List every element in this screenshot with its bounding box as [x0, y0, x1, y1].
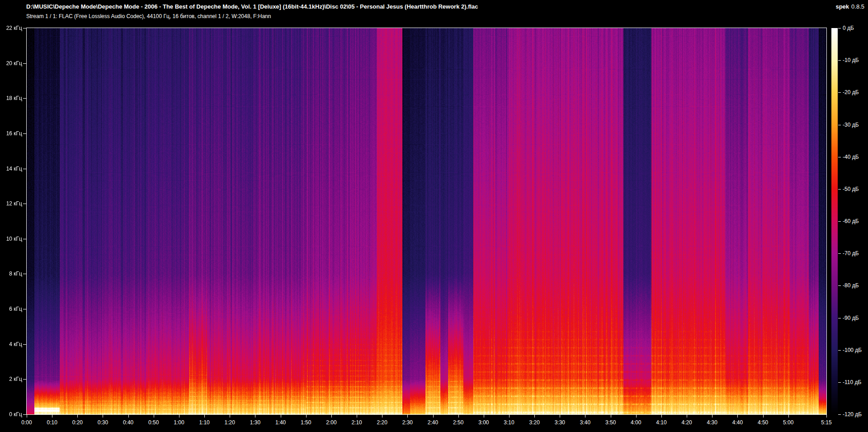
stream-info: Stream 1 / 1: FLAC (Free Lossless Audio …	[26, 13, 271, 19]
db-tick-label: -70 дБ	[843, 250, 859, 257]
time-tick-label: 0:50	[143, 419, 165, 426]
freq-tick-label: 2 кГц	[0, 375, 22, 383]
freq-tick-mark	[23, 239, 26, 239]
time-tick-mark	[179, 415, 179, 418]
db-tick-label: -110 дБ	[843, 379, 861, 386]
db-tick-mark	[838, 125, 841, 125]
time-tick-mark	[77, 415, 78, 418]
time-tick-label: 1:00	[168, 419, 190, 426]
db-tick-label: -90 дБ	[843, 314, 859, 322]
time-tick-label: 0:40	[118, 419, 139, 426]
time-tick-mark	[357, 415, 357, 418]
db-tick-mark	[838, 350, 841, 351]
time-tick-label: 0:30	[92, 419, 113, 426]
time-tick-label: 4:00	[625, 419, 647, 426]
freq-tick-label: 20 кГц	[0, 60, 22, 67]
freq-tick-label: 8 кГц	[0, 270, 22, 277]
freq-tick-label: 22 кГц	[0, 24, 22, 32]
freq-tick-label: 0 кГц	[0, 411, 22, 418]
freq-tick-mark	[23, 379, 26, 380]
time-tick-label: 3:20	[524, 419, 545, 426]
freq-tick-label: 16 кГц	[0, 130, 22, 137]
time-tick-label: 4:30	[701, 419, 723, 426]
time-tick-mark	[826, 415, 827, 418]
time-tick-mark	[636, 415, 637, 418]
freq-tick-label: 18 кГц	[0, 95, 22, 102]
db-tick-mark	[838, 414, 841, 415]
time-tick-mark	[382, 415, 382, 418]
db-tick-label: -120 дБ	[843, 411, 862, 418]
db-tick-label: -40 дБ	[843, 153, 859, 161]
freq-tick-label: 12 кГц	[0, 200, 22, 207]
db-tick-mark	[838, 253, 841, 254]
time-tick-label: 5:00	[778, 419, 799, 426]
db-tick-label: -20 дБ	[843, 89, 859, 96]
db-tick-mark	[838, 382, 841, 383]
time-tick-label: 1:20	[219, 419, 241, 426]
time-tick-mark	[585, 415, 585, 418]
time-tick-mark	[407, 415, 408, 418]
spectrogram-frame	[26, 28, 827, 415]
db-tick-mark	[838, 221, 841, 222]
freq-tick-mark	[23, 63, 26, 64]
db-tick-mark	[838, 189, 841, 190]
freq-tick-mark	[23, 344, 26, 345]
spectrogram-canvas	[27, 28, 826, 414]
time-tick-mark	[611, 415, 611, 418]
db-legend-gradient	[831, 28, 838, 414]
time-tick-label: 2:30	[396, 419, 418, 426]
db-tick-label: -100 дБ	[843, 347, 862, 354]
time-tick-mark	[712, 415, 712, 418]
time-tick-mark	[255, 415, 255, 418]
time-tick-mark	[687, 415, 687, 418]
db-tick-label: -50 дБ	[843, 185, 859, 193]
freq-tick-mark	[23, 274, 26, 274]
time-tick-label: 2:50	[448, 419, 469, 426]
db-tick-mark	[838, 92, 841, 93]
time-tick-label: 4:10	[651, 419, 672, 426]
freq-tick-label: 10 кГц	[0, 235, 22, 242]
time-tick-label: 3:40	[574, 419, 596, 426]
time-tick-mark	[204, 415, 205, 418]
db-tick-label: 0 дБ	[843, 24, 854, 32]
time-tick-label: 4:50	[752, 419, 774, 426]
time-tick-mark	[433, 415, 434, 418]
time-tick-label: 3:00	[473, 419, 495, 426]
time-tick-mark	[458, 415, 459, 418]
time-tick-mark	[281, 415, 281, 418]
time-tick-mark	[763, 415, 764, 418]
app-name: spek	[835, 3, 849, 10]
spek-window: D:\MUSIC\Depeche Mode\Depeche Mode - 200…	[0, 0, 868, 432]
freq-tick-mark	[23, 133, 26, 134]
db-tick-label: -10 дБ	[843, 57, 859, 64]
freq-tick-mark	[23, 98, 26, 99]
time-tick-label: 1:50	[295, 419, 317, 426]
db-tick-label: -60 дБ	[843, 218, 859, 225]
time-tick-mark	[560, 415, 560, 418]
time-tick-mark	[484, 415, 484, 418]
time-tick-label: 1:10	[193, 419, 215, 426]
file-path-title: D:\MUSIC\Depeche Mode\Depeche Mode - 200…	[26, 3, 478, 10]
time-tick-label: 0:20	[66, 419, 88, 426]
time-tick-label: 2:10	[346, 419, 368, 426]
time-tick-mark	[52, 415, 52, 418]
time-tick-label: 0:10	[41, 419, 63, 426]
freq-tick-label: 6 кГц	[0, 305, 22, 313]
time-tick-mark	[103, 415, 103, 418]
time-tick-mark	[534, 415, 535, 418]
freq-tick-mark	[23, 309, 26, 309]
time-tick-label: 0:00	[16, 419, 38, 426]
time-tick-mark	[154, 415, 154, 418]
time-tick-label: 3:50	[600, 419, 622, 426]
freq-tick-label: 4 кГц	[0, 341, 22, 348]
time-tick-mark	[230, 415, 230, 418]
db-tick-mark	[838, 157, 841, 157]
time-tick-label: 2:00	[321, 419, 342, 426]
time-tick-label: 2:20	[371, 419, 393, 426]
time-tick-mark	[737, 415, 738, 418]
db-tick-label: -30 дБ	[843, 121, 859, 128]
app-version-label: spek0.8.5	[835, 3, 864, 10]
time-tick-mark	[331, 415, 332, 418]
time-tick-mark	[788, 415, 789, 418]
time-tick-label: 1:40	[270, 419, 292, 426]
